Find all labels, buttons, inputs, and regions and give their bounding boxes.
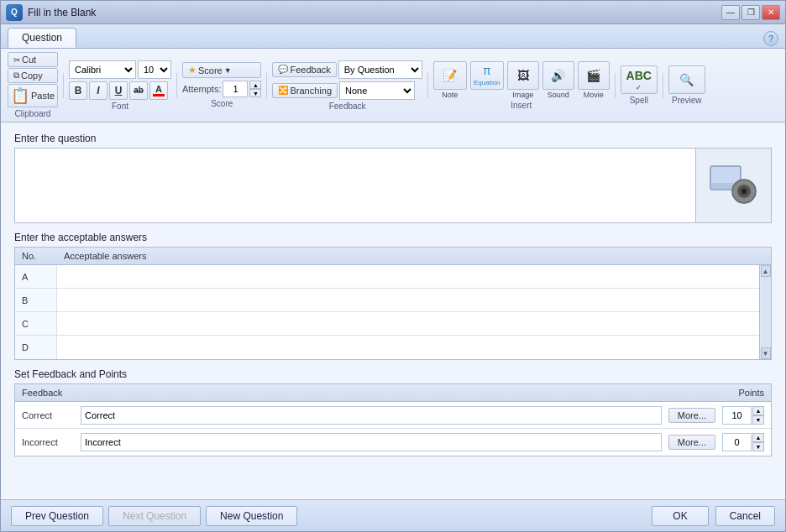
bold-button[interactable]: B (69, 81, 87, 100)
correct-points-wrap: ▲ ▼ (722, 406, 764, 425)
sep2 (176, 73, 177, 98)
question-section-title: Enter the question (14, 133, 772, 144)
new-question-button[interactable]: New Question (206, 506, 297, 526)
attempts-input[interactable] (223, 81, 248, 97)
answers-header: No. Acceptable answers (15, 248, 771, 265)
copy-button[interactable]: ⧉ Copy (8, 68, 58, 83)
restore-button[interactable]: ❐ (741, 5, 760, 20)
underline-button[interactable]: U (109, 81, 128, 100)
cut-button[interactable]: ✂ Cut (8, 52, 58, 67)
row-id-d: D (15, 336, 57, 359)
feedback-row-correct: Correct More... ▲ ▼ (15, 402, 771, 429)
feedback-header: Feedback Points (15, 384, 771, 402)
question-input[interactable] (15, 149, 695, 222)
feedback-group: 💬 Feedback By Question 🔀 Branching (272, 60, 422, 111)
tab-question[interactable]: Question (8, 28, 76, 48)
score-label: Score (211, 99, 233, 108)
equation-btn-wrap: π Equation (470, 61, 504, 90)
attempts-down[interactable]: ▼ (249, 89, 261, 97)
next-question-button[interactable]: Next Question (108, 506, 201, 526)
close-button[interactable]: ✕ (762, 5, 780, 20)
correct-points-spinner: ▲ ▼ (752, 406, 764, 425)
question-section: Enter the question (14, 133, 772, 223)
font-group: Calibri 10 B I U ab A (69, 60, 171, 111)
sep6 (663, 73, 663, 98)
spell-button[interactable]: ABC ✓ (621, 65, 658, 94)
content-area: Enter the question (1, 123, 785, 499)
scroll-track (761, 277, 771, 347)
table-row: D (15, 336, 771, 359)
answer-input-c[interactable] (57, 312, 771, 335)
correct-points-input[interactable] (722, 406, 752, 425)
prev-question-button[interactable]: Prev Question (11, 506, 103, 526)
answers-scrollbar: ▲ ▼ (759, 265, 771, 359)
answers-table: No. Acceptable answers A B (14, 247, 772, 360)
preview-button[interactable]: 🔍 (668, 65, 705, 94)
answer-input-b[interactable] (57, 289, 771, 311)
paste-button[interactable]: 📋 Paste (8, 84, 58, 107)
feedback-button[interactable]: 💬 Feedback (272, 62, 336, 77)
media-icon (709, 164, 759, 206)
incorrect-points-up[interactable]: ▲ (752, 433, 764, 442)
attempts-group: Attempts: ▲ ▼ (182, 81, 261, 97)
sep3 (266, 73, 267, 98)
correct-points-up[interactable]: ▲ (752, 406, 764, 415)
help-button[interactable]: ? (763, 31, 778, 46)
font-label: Font (112, 102, 128, 111)
note-button[interactable]: 📝 (433, 61, 467, 90)
correct-feedback-input[interactable] (81, 406, 662, 425)
preview-label: Preview (672, 96, 702, 105)
sound-btn-wrap: 🔊 Sound (542, 61, 574, 99)
answer-input-a[interactable] (57, 265, 771, 288)
table-row: A (15, 265, 771, 289)
answer-input-d[interactable] (57, 336, 771, 359)
feedback-select[interactable]: By Question (338, 60, 422, 79)
sound-button[interactable]: 🔊 (542, 61, 574, 90)
footer-left: Prev Question Next Question New Question (11, 506, 297, 526)
table-row: B (15, 289, 771, 312)
font-size-select[interactable]: 10 (138, 60, 171, 79)
app-icon: Q (6, 4, 23, 21)
scroll-up[interactable]: ▲ (761, 265, 771, 277)
clipboard-group: ✂ Cut ⧉ Copy 📋 Paste Clipboard (8, 52, 58, 118)
answers-rows: A B C D (15, 265, 771, 359)
incorrect-points-down[interactable]: ▼ (752, 442, 764, 451)
footer: Prev Question Next Question New Question… (1, 499, 785, 531)
footer-right: OK Cancel (652, 506, 775, 526)
scroll-down[interactable]: ▼ (761, 347, 771, 359)
cancel-button[interactable]: Cancel (715, 506, 775, 526)
note-btn-wrap: 📝 Note (433, 61, 467, 99)
insert-group: 📝 Note π Equation 🖼 Ima (433, 61, 610, 110)
attempts-spinner: ▲ ▼ (249, 81, 261, 97)
incorrect-feedback-input[interactable] (81, 433, 662, 451)
spell-group: ABC ✓ Spell (621, 65, 658, 105)
font-family-select[interactable]: Calibri (69, 60, 136, 79)
feedback-section: Set Feedback and Points Feedback Points … (14, 368, 772, 456)
image-button[interactable]: 🖼 (507, 61, 539, 90)
italic-button[interactable]: I (89, 81, 107, 100)
row-id-c: C (15, 312, 57, 335)
incorrect-points-input[interactable] (722, 433, 752, 451)
preview-group: 🔍 Preview (668, 65, 705, 105)
minimize-button[interactable]: — (721, 5, 740, 20)
score-button[interactable]: ★ Score ▼ (182, 62, 261, 78)
correct-more-button[interactable]: More... (668, 408, 715, 423)
title-bar-buttons: — ❐ ✕ (721, 5, 780, 20)
equation-button[interactable]: π Equation (470, 61, 504, 90)
incorrect-more-button[interactable]: More... (668, 435, 715, 450)
title-bar-left: Q Fill in the Blank (6, 4, 96, 21)
title-bar: Q Fill in the Blank — ❐ ✕ (1, 1, 785, 24)
main-window: Q Fill in the Blank — ❐ ✕ Question ? ✂ (0, 0, 786, 532)
font-color-button[interactable]: A (149, 81, 168, 100)
clipboard-label: Clipboard (15, 109, 51, 118)
ok-button[interactable]: OK (652, 506, 708, 526)
movie-button[interactable]: 🎬 (578, 61, 610, 90)
attempts-up[interactable]: ▲ (249, 81, 261, 89)
sep1 (63, 73, 64, 98)
correct-label: Correct (22, 410, 81, 420)
correct-points-down[interactable]: ▼ (752, 415, 764, 425)
sep5 (615, 73, 616, 98)
strikethrough-button[interactable]: ab (129, 81, 148, 100)
branching-select[interactable]: None (339, 81, 415, 100)
branching-button[interactable]: 🔀 Branching (272, 83, 338, 98)
